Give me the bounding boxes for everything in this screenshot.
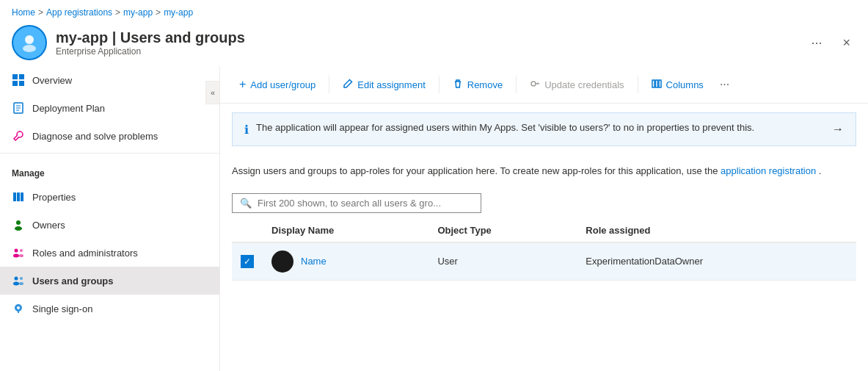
breadcrumb-my-app-1[interactable]: my-app xyxy=(123,7,153,18)
toolbar-divider-4 xyxy=(638,76,638,93)
update-credentials-button[interactable]: Update credentials xyxy=(522,74,631,96)
svg-rect-10 xyxy=(13,192,16,201)
svg-point-0 xyxy=(25,35,34,44)
svg-point-19 xyxy=(15,277,18,281)
svg-point-14 xyxy=(15,226,22,231)
sidebar-item-overview-label: Overview xyxy=(32,75,72,86)
toolbar: + Add user/group Edit assignment Remove xyxy=(220,66,868,104)
user-avatar xyxy=(271,251,293,273)
sidebar-item-overview[interactable]: Overview xyxy=(0,66,219,94)
row-role: ExperimentationDataOwner xyxy=(586,256,703,267)
svg-point-16 xyxy=(13,254,19,258)
toolbar-divider-3 xyxy=(516,76,517,93)
svg-point-23 xyxy=(17,306,20,309)
info-banner-text: The application will appear for assigned… xyxy=(256,122,825,133)
svg-rect-5 xyxy=(19,81,24,86)
search-box: 🔍 xyxy=(232,193,481,213)
sidebar-divider xyxy=(0,153,219,154)
columns-label: Columns xyxy=(666,79,704,90)
sidebar: « Overview Deployment Plan Diagnose and … xyxy=(0,66,220,371)
svg-point-17 xyxy=(20,249,23,252)
svg-rect-11 xyxy=(17,192,20,201)
sidebar-item-roles[interactable]: Roles and administrators xyxy=(0,239,219,267)
description-text: Assign users and groups to app-roles for… xyxy=(220,155,868,187)
svg-point-24 xyxy=(531,82,536,86)
sidebar-collapse-button[interactable]: « xyxy=(205,81,220,104)
plus-icon: + xyxy=(239,78,246,91)
search-container: 🔍 xyxy=(220,187,868,219)
col-display-name: Display Name xyxy=(263,219,428,242)
row-checkbox[interactable]: ✓ xyxy=(241,255,254,268)
svg-point-21 xyxy=(20,277,23,280)
table-container: Display Name Object Type Role assigned ✓ xyxy=(220,219,868,372)
sso-icon xyxy=(12,302,25,315)
breadcrumb-home[interactable]: Home xyxy=(12,7,35,18)
sidebar-item-users[interactable]: Users and groups xyxy=(0,267,219,295)
sidebar-item-users-label: Users and groups xyxy=(32,275,114,287)
users-icon xyxy=(12,274,25,287)
svg-rect-4 xyxy=(12,81,18,86)
sidebar-item-diagnose-label: Diagnose and solve problems xyxy=(32,131,158,142)
manage-section-label: Manage xyxy=(0,156,219,183)
breadcrumb-my-app-2[interactable]: my-app xyxy=(164,7,193,18)
sidebar-item-deployment[interactable]: Deployment Plan xyxy=(0,94,219,122)
col-checkbox xyxy=(232,219,263,242)
breadcrumb-app-registrations[interactable]: App registrations xyxy=(46,7,112,18)
sidebar-item-properties-label: Properties xyxy=(32,192,76,203)
sidebar-item-owners-label: Owners xyxy=(32,220,65,231)
sidebar-item-sso[interactable]: Single sign-on xyxy=(0,295,219,323)
svg-rect-27 xyxy=(659,80,661,87)
close-button[interactable]: × xyxy=(836,32,856,54)
breadcrumb: Home > App registrations > my-app > my-a… xyxy=(0,0,868,22)
header-ellipsis-button[interactable]: ··· xyxy=(805,32,828,54)
users-table: Display Name Object Type Role assigned ✓ xyxy=(232,219,856,281)
sidebar-item-owners[interactable]: Owners xyxy=(0,211,219,239)
table-body: ✓ Name User ExperimentationData xyxy=(232,242,856,281)
svg-rect-12 xyxy=(21,192,23,201)
app-registration-link[interactable]: application registration xyxy=(721,165,816,176)
add-user-group-button[interactable]: + Add user/group xyxy=(232,73,323,96)
info-banner: ℹ The application will appear for assign… xyxy=(232,112,856,146)
columns-button[interactable]: Columns xyxy=(644,74,711,96)
sidebar-item-deployment-label: Deployment Plan xyxy=(32,103,105,114)
svg-rect-25 xyxy=(652,80,654,87)
edit-assignment-label: Edit assignment xyxy=(357,79,426,90)
columns-icon xyxy=(652,79,662,91)
row-object-type-cell: User xyxy=(428,242,577,281)
row-role-cell: ExperimentationDataOwner xyxy=(577,242,856,281)
sidebar-item-diagnose[interactable]: Diagnose and solve problems xyxy=(0,122,219,150)
sidebar-item-roles-label: Roles and administrators xyxy=(32,248,138,259)
col-object-type: Object Type xyxy=(428,219,577,242)
table-row[interactable]: ✓ Name User ExperimentationData xyxy=(232,242,856,281)
svg-point-1 xyxy=(23,45,36,52)
toolbar-divider-2 xyxy=(439,76,440,93)
sidebar-item-sso-label: Single sign-on xyxy=(32,303,92,314)
sidebar-item-properties[interactable]: Properties xyxy=(0,183,219,211)
svg-point-15 xyxy=(15,249,18,253)
svg-point-22 xyxy=(19,282,23,285)
remove-label: Remove xyxy=(467,79,503,90)
svg-rect-3 xyxy=(19,74,24,79)
toolbar-divider-1 xyxy=(329,76,329,93)
book-icon xyxy=(12,101,25,115)
edit-icon xyxy=(343,79,353,91)
description-main: Assign users and groups to app-roles for… xyxy=(232,165,718,176)
owners-icon xyxy=(12,218,25,231)
remove-button[interactable]: Remove xyxy=(445,74,510,96)
svg-rect-2 xyxy=(12,74,18,79)
update-credentials-label: Update credentials xyxy=(544,79,624,90)
page-subtitle: Enterprise Application xyxy=(56,46,245,57)
row-display-name-cell: Name xyxy=(263,242,428,281)
svg-rect-26 xyxy=(655,80,657,87)
edit-assignment-button[interactable]: Edit assignment xyxy=(335,74,433,96)
toolbar-ellipsis-button[interactable]: ··· xyxy=(714,75,735,94)
user-name-link[interactable]: Name xyxy=(301,256,327,267)
svg-point-13 xyxy=(16,220,21,225)
svg-point-20 xyxy=(13,282,19,286)
search-icon: 🔍 xyxy=(240,198,252,209)
page-header: my-app | Users and groups Enterprise App… xyxy=(0,22,868,66)
row-object-type: User xyxy=(437,256,457,267)
row-checkbox-cell: ✓ xyxy=(232,242,263,281)
col-role-assigned: Role assigned xyxy=(577,219,856,242)
search-input[interactable] xyxy=(258,198,463,209)
